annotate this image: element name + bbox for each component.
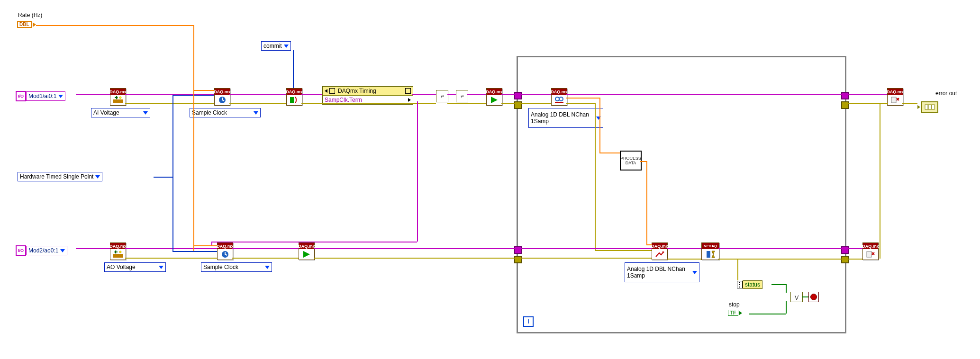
wire-error: [501, 103, 551, 104]
daqmx-write-node[interactable]: DAQ.mx: [652, 242, 668, 260]
wire-error: [301, 103, 436, 104]
error-out-indicator[interactable]: [917, 101, 938, 113]
ao-create-poly[interactable]: AO Voltage: [104, 262, 166, 272]
wire: [314, 248, 517, 249]
ao-start-task-node[interactable]: DAQ.mx: [299, 242, 315, 260]
wire-blue: [154, 177, 172, 178]
stop-tf-terminal: TF: [728, 310, 738, 316]
poly-text: Analog 1D DBL NChan 1Samp: [627, 266, 688, 279]
wait-next-sample-clock-node[interactable]: NI:DAQ: [701, 242, 719, 260]
ao-timing-node[interactable]: DAQ.mx: [217, 242, 233, 260]
ao-clear-task-node[interactable]: DAQ.mx: [862, 242, 879, 260]
wire: [412, 94, 436, 95]
svg-marker-14: [712, 251, 715, 258]
prop-title: DAQmx Timing: [338, 88, 376, 94]
wire-green: [786, 284, 787, 293]
daqmx-read-node[interactable]: DAQ.mx: [551, 88, 567, 106]
wire: [521, 248, 652, 249]
read-poly[interactable]: Analog 1D DBL NChan 1Samp: [528, 108, 603, 128]
wire-error: [229, 103, 286, 104]
write-poly[interactable]: Analog 1D DBL NChan 1Samp: [625, 262, 699, 282]
write-icon: [652, 249, 667, 260]
svg-rect-13: [707, 251, 710, 258]
ao-timing-poly[interactable]: Sample Clock: [201, 262, 272, 272]
wire: [467, 94, 486, 95]
wire-error: [848, 259, 862, 260]
wire-orange: [193, 245, 217, 246]
ai-create-poly[interactable]: AI Voltage: [91, 108, 150, 117]
wire-orange: [646, 244, 652, 245]
wire-magenta: [211, 242, 417, 242]
wire: [848, 248, 862, 249]
daq-header: DAQ.mx: [888, 89, 903, 95]
dropdown-icon: [159, 266, 163, 269]
clear-task-icon: [863, 249, 878, 260]
error-out-label: error out: [935, 90, 957, 97]
commit-text: commit: [263, 43, 282, 49]
wire-magenta: [417, 101, 418, 242]
tunnel-ao-err-in: [514, 256, 522, 263]
commit-constant[interactable]: commit: [261, 41, 291, 51]
wire-green: [802, 296, 808, 297]
wire-orange: [193, 25, 194, 251]
io-glyph-icon: I/O: [16, 245, 26, 256]
prop-header: DAQmx Timing: [323, 87, 413, 96]
stop-control[interactable]: TF: [728, 310, 742, 316]
daq-header: DAQ.mx: [110, 243, 126, 249]
wire-blue: [293, 50, 294, 88]
ao-create-channel-node[interactable]: DAQ.mx: [110, 242, 126, 260]
wire: [301, 94, 322, 95]
create-channel-icon: [110, 249, 126, 260]
poly-text: Analog 1D DBL NChan 1Samp: [531, 111, 591, 125]
svg-rect-19: [932, 105, 935, 109]
svg-marker-8: [303, 251, 310, 258]
ao-channel-constant[interactable]: Mod2/ao0:1: [26, 246, 67, 255]
or-node[interactable]: ⋁: [790, 292, 803, 302]
wire-error: [314, 258, 517, 259]
svg-rect-15: [891, 97, 896, 103]
rate-dbl-terminal: DBL: [17, 21, 32, 28]
terminal-arrow-icon: [739, 311, 742, 315]
ao-channel-row: I/O Mod2/ao0:1: [16, 245, 67, 256]
wire-error: [566, 103, 595, 104]
hw-mode-constant[interactable]: Hardware Timed Single Point: [18, 172, 102, 181]
poly-text: Sample Clock: [192, 109, 227, 116]
loop-stop-terminal: [808, 292, 819, 302]
wire: [447, 94, 456, 95]
clock-icon: [218, 249, 233, 260]
wire: [501, 94, 551, 95]
arrow-right-icon: [408, 98, 411, 102]
timing-property-node[interactable]: DAQmx Timing SampClk.Term: [322, 86, 413, 105]
process-data-subvi[interactable]: PROCESS DATA: [620, 151, 642, 171]
io-glyph-icon: I/O: [16, 91, 26, 101]
wire-error: [125, 258, 217, 259]
tunnel-ao-err-out: [841, 256, 849, 263]
play-icon: [299, 249, 314, 260]
rate-label: Rate (Hz): [18, 12, 42, 18]
svg-point-1: [119, 97, 121, 99]
ai-create-channel-node[interactable]: DAQ.mx: [110, 88, 126, 106]
tunnel-ao-task-out: [841, 246, 849, 254]
hourglass-icon: [702, 249, 719, 260]
ai-start-task-node[interactable]: DAQ.mx: [486, 88, 502, 106]
clear-task-icon: [888, 95, 903, 105]
unbundle-status[interactable]: status: [737, 280, 762, 289]
ai-clear-task-node[interactable]: DAQ.mx: [887, 88, 903, 106]
unbundle-text: status: [745, 281, 760, 288]
daq-header: DAQ.mx: [299, 243, 314, 249]
svg-rect-16: [867, 251, 871, 257]
ai-timing-poly[interactable]: Sample Clock: [190, 108, 261, 117]
daq-header: DAQ.mx: [863, 243, 878, 249]
ai-timing-node[interactable]: DAQ.mx: [214, 88, 230, 106]
dropdown-icon: [265, 266, 270, 269]
dropdown-icon: [143, 111, 148, 115]
rate-control[interactable]: DBL: [17, 21, 36, 28]
daq-header: DAQ.mx: [215, 89, 230, 95]
wire-orange: [646, 161, 647, 244]
ai-control-task-node[interactable]: DAQ.mx: [286, 88, 302, 106]
subvi-label: PROCESS DATA: [620, 156, 641, 165]
merge-node-b: ⇄: [456, 90, 468, 102]
ai-channel-constant[interactable]: Mod1/ai0:1: [26, 91, 65, 101]
daq-header: DAQ.mx: [487, 89, 502, 95]
wire-error: [880, 103, 880, 259]
